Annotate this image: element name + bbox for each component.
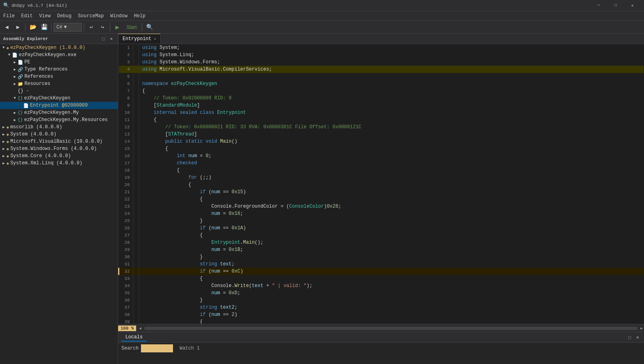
toolbar-sep-1 [25,23,26,31]
tree-arrow: ▶ [1,147,6,151]
bottom-panel-header: Locals ⬚ ✕ [118,332,644,343]
tree-node-system[interactable]: ▶ ◈ System (4.0.0.0) [0,131,118,138]
scroll-left-icon[interactable]: ◀ [138,326,143,331]
bottom-panel-close-button[interactable]: ✕ [634,334,641,341]
line-marker [133,145,139,152]
line-number: 36 [119,297,133,304]
menu-help[interactable]: Help [131,11,149,21]
menu-view[interactable]: View [36,11,54,21]
tree-label: System (4.0.0.0) [10,131,56,137]
line-number: 19 [119,174,133,181]
open-button[interactable]: 📂 [28,22,38,32]
tree-node-mscorlib[interactable]: ▶ ◈ mscorlib (4.0.0.0) [0,123,118,131]
language-selector[interactable]: C# ▼ [54,23,82,32]
table-row: 11 { [119,116,644,123]
line-content: if (num == 2) [139,311,644,318]
redo-button[interactable]: ↪ [97,22,108,32]
tree-node-ezpaycheckkeygen[interactable]: ▼ ◈ ezPayCheckKeygen (1.0.0.0) [0,44,118,51]
line-marker [133,95,139,102]
line-content: Console.Write(text + " | valid: "); [139,282,644,289]
line-number: 18 [119,167,133,174]
tab-locals[interactable]: Locals [121,334,147,342]
code-editor[interactable]: 1 using System; 2 using System.Linq; 3 [118,44,644,324]
tab-close-icon[interactable]: ✕ [154,36,156,41]
tree-node-sxl[interactable]: ▶ ◈ System.Xml.Linq (4.0.0.0) [0,160,118,167]
mscorlib-icon: ◈ [6,125,9,130]
line-number: 35 [119,289,133,297]
tree-node-resources[interactable]: ▶ 📁 Resources [0,80,118,87]
bottom-panel-expand-button[interactable]: ⬚ [626,334,633,341]
tree-node-references[interactable]: ▶ 🔗 References [0,73,118,80]
tree-label: ezPayCheckKeygen.My.Resources [24,117,108,123]
tab-entrypoint[interactable]: Entrypoint ✕ [118,34,161,44]
line-number: 14 [119,138,133,145]
tree-node-exe[interactable]: ▼ 📄 ezPayCheckKeygen.exe [0,51,118,59]
tree-label: ezPayCheckKeygen.My [24,110,79,115]
line-number: 27 [119,232,133,239]
undo-button[interactable]: ↩ [86,22,97,32]
line-marker [133,261,139,268]
line-number: 8 [119,95,133,102]
line-content: [STAThread] [139,131,644,138]
menu-file[interactable]: File [0,11,18,21]
scroll-right-icon[interactable]: ▶ [639,326,644,331]
tree-arrow: ▶ [1,140,6,144]
tree-node-pe[interactable]: ▶ 📄 PE [0,59,118,66]
line-content: } [139,217,644,224]
line-content: Console.ForegroundColor = (ConsoleColor)… [139,203,644,210]
tree-node-my[interactable]: ▶ {} ezPayCheckKeygen.My [0,109,118,116]
line-marker [133,174,139,181]
tree-node-sc[interactable]: ▶ ◈ System.Core (4.0.0.0) [0,152,118,160]
line-content: if (num == 0x1A) [139,224,644,232]
table-row: 31 string text; [119,261,644,268]
search-input[interactable] [141,344,173,352]
menu-debug[interactable]: Debug [54,11,74,21]
zoom-indicator[interactable]: 100 % [118,326,136,331]
start-debug-button[interactable]: ▶ [112,22,123,32]
menu-edit[interactable]: Edit [18,11,36,21]
tree-node-typereferences[interactable]: ▶ 🔗 Type References [0,66,118,73]
tree-node-ns[interactable]: ▼ {} ezPayCheckKeygen [0,95,118,102]
sidebar-expand-button[interactable]: ⬚ [100,36,107,42]
line-number: 32 [119,268,133,275]
minimize-button[interactable]: ─ [590,0,607,11]
line-marker [133,181,139,188]
table-row: 21 if (num == 0x15) [119,188,644,196]
line-content: { [139,87,644,95]
sxl-icon: ◈ [6,161,9,166]
search-button[interactable]: 🔍 [144,22,155,32]
table-row: 25 } [119,217,644,224]
table-row: 7 { [119,87,644,95]
table-row: 39 { [119,318,644,324]
tree-arrow: ▶ [1,154,6,158]
exe-icon: 📄 [12,53,18,58]
sidebar-close-button[interactable]: ✕ [108,36,115,42]
watch-tab[interactable]: Watch 1 [175,345,203,352]
line-marker [133,268,139,275]
nav-forward-button[interactable]: ▶ [13,22,23,32]
close-button[interactable]: ✕ [624,0,641,11]
line-content: num = 0x16; [139,210,644,217]
toolbar-sep-2 [51,23,52,31]
tree-node-entrypoint[interactable]: 📄 Entrypoint @02000009 [0,102,118,109]
nav-back-button[interactable]: ◀ [2,22,12,32]
menu-window[interactable]: Window [107,11,131,21]
table-row: 32 if (num == 0xC) [119,268,644,275]
tree-node-swf[interactable]: ▶ ◈ System.Windows.Forms (4.0.0.0) [0,145,118,152]
line-marker [133,232,139,239]
table-row: 19 for (;;) [119,174,644,181]
tree-node-mvb[interactable]: ▶ ◈ Microsoft.VisualBasic (10.0.0.0) [0,138,118,145]
save-button[interactable]: 💾 [39,22,49,32]
start-button[interactable]: Start [123,24,140,31]
tree-node-braces[interactable]: {} - [0,87,118,95]
line-content [139,73,644,80]
line-number: 20 [119,181,133,188]
my-icon: {} [18,110,23,115]
tree-node-myresources[interactable]: ▶ {} ezPayCheckKeygen.My.Resources [0,116,118,123]
menu-sourcemap[interactable]: SourceMap [74,11,107,21]
maximize-button[interactable]: □ [607,0,624,11]
tree-arrow: ▶ [12,67,18,72]
table-row: 12 // Token: 0x06000021 RID: 33 RVA: 0x0… [119,123,644,131]
line-number: 11 [119,116,133,123]
line-content: if (num == 0x15) [139,188,644,196]
